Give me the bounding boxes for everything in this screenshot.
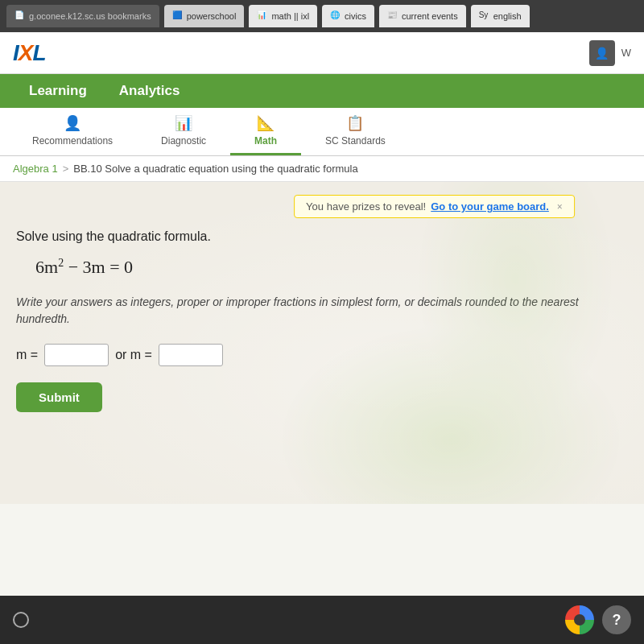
tab-sc-standards[interactable]: 📋 SC Standards xyxy=(301,108,410,155)
logo-l: L xyxy=(32,40,45,65)
nav-green-bar: Learning Analytics xyxy=(0,74,644,108)
user-icon[interactable]: 👤 xyxy=(589,40,615,66)
breadcrumb-current: BB.10 Solve a quadratic equation using t… xyxy=(73,163,357,175)
math-favicon: 📊 xyxy=(257,10,268,22)
answer-hint: Write your answers as integers, proper o… xyxy=(16,294,628,328)
app-area: IXL 👤 W Learning Analytics 👤 Recommendat… xyxy=(0,32,644,596)
sc-standards-icon: 📋 xyxy=(346,114,364,132)
sub-nav: 👤 Recommendations 📊 Diagnostic 📐 Math 📋 … xyxy=(0,108,644,156)
game-board-link[interactable]: Go to your game board. xyxy=(431,200,549,213)
submit-button[interactable]: Submit xyxy=(16,382,102,412)
username-label: W xyxy=(621,47,631,59)
browser-tabs: 📄 g.oconee.k12.sc.us bookmarks 🟦 powersc… xyxy=(0,0,644,32)
bookmarks-favicon: 📄 xyxy=(14,10,26,22)
english-favicon: Sy xyxy=(479,10,490,22)
tab-events[interactable]: 📰 current events xyxy=(379,5,466,27)
ixl-logo: IXL xyxy=(13,40,46,66)
powerschool-favicon: 🟦 xyxy=(172,10,184,22)
logo-i: I xyxy=(13,40,19,65)
diagnostic-icon: 📊 xyxy=(175,114,192,132)
chrome-icon[interactable] xyxy=(565,605,594,634)
logo-x: X xyxy=(19,40,33,65)
tab-civics[interactable]: 🌐 civics xyxy=(322,5,374,27)
ixl-header: IXL 👤 W xyxy=(0,32,644,74)
home-button[interactable] xyxy=(13,612,29,628)
tab-math-active[interactable]: 📐 Math xyxy=(230,108,301,155)
nav-analytics[interactable]: Analytics xyxy=(103,76,196,105)
taskbar-right: ? xyxy=(565,605,631,634)
answer-input-1[interactable] xyxy=(44,344,109,366)
nav-learning[interactable]: Learning xyxy=(13,76,103,105)
tab-recommendations[interactable]: 👤 Recommendations xyxy=(8,108,137,155)
tab-bookmarks[interactable]: 📄 g.oconee.k12.sc.us bookmarks xyxy=(6,5,159,27)
problem-instruction: Solve using the quadratic formula. xyxy=(16,229,628,244)
tab-powerschool[interactable]: 🟦 powerschool xyxy=(164,5,245,27)
math-icon: 📐 xyxy=(257,114,275,132)
prize-text: You have prizes to reveal! xyxy=(306,200,426,213)
equation-display: 6m2 − 3m = 0 xyxy=(35,257,628,278)
taskbar: ? xyxy=(0,596,644,644)
events-favicon: 📰 xyxy=(387,10,398,22)
tab-diagnostic[interactable]: 📊 Diagnostic xyxy=(137,108,230,155)
header-right: 👤 W xyxy=(589,40,631,66)
or-label: or m = xyxy=(115,348,152,362)
answer-input-2[interactable] xyxy=(159,344,223,366)
tab-english[interactable]: Sy english xyxy=(471,5,530,27)
recommendations-icon: 👤 xyxy=(64,114,81,132)
m-label-1: m = xyxy=(16,348,38,362)
help-icon[interactable]: ? xyxy=(602,605,631,634)
civics-favicon: 🌐 xyxy=(330,10,341,22)
answer-input-row: m = or m = xyxy=(16,344,628,366)
main-content: You have prizes to reveal! Go to your ga… xyxy=(0,182,644,504)
breadcrumb: Algebra 1 > BB.10 Solve a quadratic equa… xyxy=(0,156,644,182)
breadcrumb-parent[interactable]: Algebra 1 xyxy=(13,163,58,175)
tab-math[interactable]: 📊 math || ixl xyxy=(249,5,317,27)
prize-close-button[interactable]: × xyxy=(557,201,563,213)
prize-banner: You have prizes to reveal! Go to your ga… xyxy=(294,195,575,218)
breadcrumb-separator: > xyxy=(63,163,69,175)
